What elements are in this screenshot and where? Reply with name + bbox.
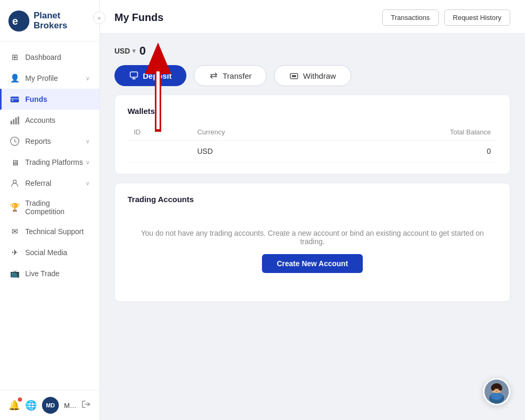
sidebar-item-label: Social Media <box>25 248 67 257</box>
chat-avatar-image <box>485 378 509 405</box>
notification-icon[interactable]: 🔔 <box>8 400 20 411</box>
currency-row: USD ▾ 0 <box>114 44 510 58</box>
svg-point-24 <box>491 393 502 400</box>
svg-rect-3 <box>10 98 19 99</box>
sidebar-item-label: Live Trade <box>25 269 59 278</box>
chat-avatar-button[interactable] <box>483 378 510 405</box>
sidebar-item-my-profile[interactable]: 👤 My Profile ∨ <box>0 68 99 89</box>
sidebar-logo: e Planet Brokers <box>0 0 99 41</box>
deposit-button[interactable]: Deposit <box>114 65 186 86</box>
sidebar-item-label: Trading Platforms <box>25 158 83 166</box>
social-media-icon: ✈ <box>9 247 20 258</box>
svg-point-27 <box>491 385 495 391</box>
svg-point-29 <box>494 389 495 390</box>
wallets-col-currency: Currency <box>191 124 322 141</box>
sidebar-item-label: Trading Competition <box>25 199 90 216</box>
sidebar-item-trading-platforms[interactable]: 🖥 Trading Platforms ∨ <box>0 152 99 173</box>
reports-icon <box>9 136 20 146</box>
svg-point-0 <box>8 10 29 32</box>
wallet-balance: 0 <box>322 141 497 162</box>
chevron-down-icon: ∨ <box>86 75 90 82</box>
svg-text:e: e <box>12 15 18 27</box>
username-label: Moha... <box>64 402 76 410</box>
globe-icon[interactable]: 🌐 <box>25 400 37 411</box>
logout-button[interactable] <box>81 400 91 412</box>
live-trade-icon: 📺 <box>9 268 20 279</box>
sidebar-item-social-media[interactable]: ✈ Social Media <box>0 242 99 263</box>
svg-rect-12 <box>130 72 138 77</box>
svg-point-10 <box>13 180 16 183</box>
sidebar-item-label: Reports <box>25 137 51 145</box>
planet-brokers-logo: e <box>8 9 29 33</box>
sidebar-item-dashboard[interactable]: ⊞ Dashboard <box>0 47 99 68</box>
currency-selector[interactable]: USD ▾ <box>114 47 135 55</box>
transfer-button[interactable]: Transfer <box>194 65 267 86</box>
chevron-down-icon: ∨ <box>86 180 90 187</box>
logo-planet-text: Planet Brokers <box>34 11 91 30</box>
main-content: USD ▾ 0 Deposit Transfer Withdraw <box>100 34 525 312</box>
svg-rect-5 <box>10 121 12 124</box>
sidebar-item-referral[interactable]: Referral ∨ <box>0 173 99 194</box>
sidebar-item-reports[interactable]: Reports ∨ <box>0 131 99 152</box>
transactions-button[interactable]: Transactions <box>382 9 439 26</box>
svg-point-28 <box>499 385 502 391</box>
sidebar-item-label: Technical Support <box>25 227 83 236</box>
notification-badge <box>18 397 22 402</box>
accounts-icon <box>9 115 20 125</box>
wallet-currency: USD <box>191 141 322 162</box>
wallets-col-id: ID <box>128 124 191 141</box>
wallets-table: ID Currency Total Balance USD 0 <box>128 124 497 162</box>
withdraw-icon <box>289 71 299 80</box>
sidebar-item-technical-support[interactable]: ✉ Technical Support <box>0 221 99 242</box>
sidebar-bottom: 🔔 🌐 MD Moha... <box>0 390 99 420</box>
sidebar-nav: ⊞ Dashboard 👤 My Profile ∨ Funds Account… <box>0 41 99 390</box>
dashboard-icon: ⊞ <box>9 52 20 62</box>
deposit-icon <box>129 71 139 80</box>
sidebar-item-funds[interactable]: Funds <box>0 89 99 110</box>
header-buttons: Transactions Request History <box>382 9 510 26</box>
page-title: My Funds <box>114 12 163 24</box>
trading-accounts-card: Trading Accounts You do not have any tra… <box>114 183 510 302</box>
request-history-button[interactable]: Request History <box>444 9 510 26</box>
trading-competition-icon: 🏆 <box>9 202 20 213</box>
currency-label: USD <box>114 47 130 55</box>
svg-rect-6 <box>13 119 15 124</box>
sidebar-item-label: My Profile <box>25 74 58 82</box>
trading-accounts-empty-state: You do not have any trading accounts. Cr… <box>128 212 497 290</box>
wallets-card: Wallets ID Currency Total Balanc <box>114 94 510 174</box>
withdraw-button[interactable]: Withdraw <box>274 65 351 86</box>
technical-support-icon: ✉ <box>9 226 20 237</box>
wallet-id <box>128 141 191 162</box>
wallets-title: Wallets <box>128 107 497 116</box>
transfer-icon <box>209 71 218 80</box>
svg-point-4 <box>12 100 14 101</box>
balance-amount: 0 <box>140 44 146 58</box>
funds-top: USD ▾ 0 Deposit Transfer Withdraw <box>114 44 510 86</box>
chevron-down-icon: ∨ <box>86 138 90 145</box>
chevron-down-icon: ∨ <box>86 159 90 166</box>
sidebar-collapse-button[interactable]: « <box>93 12 106 24</box>
wallet-row: USD 0 <box>128 141 497 162</box>
referral-icon <box>9 178 20 188</box>
svg-rect-16 <box>292 75 296 77</box>
sidebar: e Planet Brokers « ⊞ Dashboard 👤 My Prof… <box>0 0 100 420</box>
sidebar-item-label: Referral <box>25 179 51 187</box>
sidebar-item-label: Dashboard <box>25 53 61 61</box>
sidebar-item-label: Accounts <box>25 116 56 124</box>
svg-point-31 <box>495 391 498 392</box>
sidebar-item-label: Funds <box>25 95 47 103</box>
action-buttons: Deposit Transfer Withdraw <box>114 65 510 86</box>
create-new-account-button[interactable]: Create New Account <box>262 254 363 273</box>
trading-accounts-empty-message: You do not have any trading accounts. Cr… <box>136 229 489 246</box>
svg-rect-7 <box>15 118 17 124</box>
wallets-col-balance: Total Balance <box>322 124 497 141</box>
profile-icon: 👤 <box>9 73 20 83</box>
main-content-area: My Funds Transactions Request History US… <box>100 0 525 420</box>
sidebar-item-trading-competition[interactable]: 🏆 Trading Competition <box>0 194 99 221</box>
sidebar-item-accounts[interactable]: Accounts <box>0 110 99 131</box>
sidebar-item-live-trade[interactable]: 📺 Live Trade <box>0 263 99 284</box>
trading-accounts-title: Trading Accounts <box>128 195 497 204</box>
svg-rect-2 <box>10 97 19 102</box>
svg-point-30 <box>498 389 499 390</box>
main-header: My Funds Transactions Request History <box>100 0 525 34</box>
